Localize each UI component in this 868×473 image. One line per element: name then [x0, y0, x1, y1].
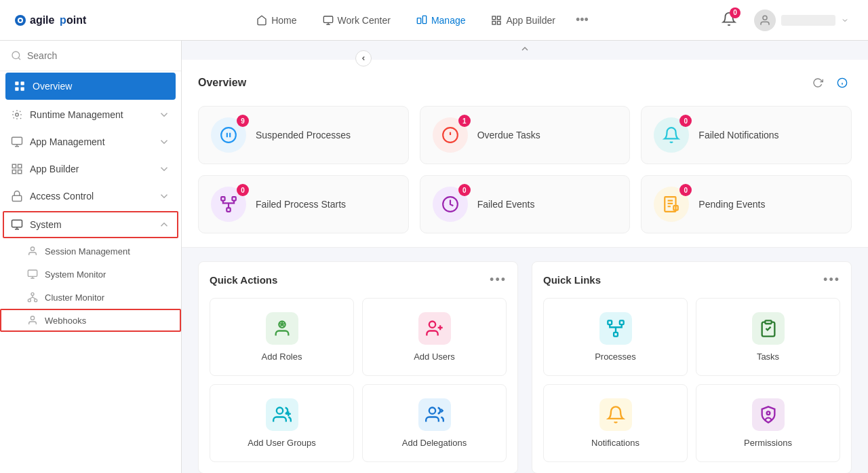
svg-rect-41: [232, 197, 235, 200]
notifications-count: 0: [730, 7, 741, 18]
top-navigation: agile p oint Home Work Center Manage App…: [0, 0, 868, 41]
overview-panel: Overview 9 Suspended P: [182, 60, 868, 248]
main-layout: Overview Runtime Management App Manageme…: [0, 41, 868, 473]
failed-events-count: 0: [458, 184, 471, 196]
svg-point-34: [221, 128, 236, 143]
runtime-icon: [11, 109, 23, 121]
svg-text:p: p: [60, 14, 66, 26]
nav-right: 0: [717, 7, 854, 34]
tasks-icon-wrap: [752, 312, 785, 345]
info-button[interactable]: [833, 73, 852, 92]
quick-action-add-users[interactable]: Add Users: [362, 298, 507, 376]
svg-rect-40: [221, 197, 224, 200]
quick-links-menu[interactable]: •••: [823, 273, 840, 287]
quick-action-add-roles[interactable]: Add Roles: [210, 298, 354, 376]
avatar: [754, 10, 776, 31]
nav-work-center[interactable]: Work Center: [312, 10, 401, 31]
svg-rect-21: [12, 164, 16, 168]
nav-home[interactable]: Home: [245, 10, 307, 31]
stat-cards: 9 Suspended Processes 1 Overdue Tasks: [198, 106, 852, 233]
collapse-overview-button[interactable]: [519, 43, 530, 57]
stat-card-suspended-processes[interactable]: 9 Suspended Processes: [198, 106, 409, 164]
search-input[interactable]: [27, 50, 170, 61]
quick-action-add-delegations[interactable]: Add Delegations: [362, 384, 507, 462]
app-builder-icon: [11, 163, 23, 175]
overview-actions: [808, 73, 852, 92]
quick-link-notifications[interactable]: Notifications: [543, 384, 688, 462]
network-icon: [220, 195, 237, 213]
collapse-sidebar-button[interactable]: [355, 50, 372, 67]
webhook-icon: [27, 315, 38, 326]
user-menu[interactable]: [749, 7, 854, 34]
chevron-down-icon: [158, 136, 170, 148]
search-icon: [11, 50, 22, 61]
suspended-count: 9: [237, 115, 249, 127]
svg-rect-7: [417, 18, 420, 23]
nav-more-button[interactable]: •••: [570, 7, 594, 33]
failed-process-icon-wrap: 0: [211, 187, 246, 222]
quick-action-add-user-groups[interactable]: Add User Groups: [210, 384, 354, 462]
processes-icon: [606, 319, 625, 338]
content-area: Overview 9 Suspended P: [182, 41, 868, 473]
sidebar-item-app-builder[interactable]: App Builder: [0, 155, 181, 183]
svg-rect-11: [492, 21, 496, 24]
access-control-icon: [11, 190, 23, 202]
sidebar-item-system-monitor[interactable]: System Monitor: [0, 263, 181, 286]
svg-point-54: [429, 408, 435, 414]
svg-rect-8: [422, 16, 426, 23]
quick-link-permissions[interactable]: Permissions: [696, 384, 840, 462]
user-name-label: [781, 15, 835, 26]
svg-point-30: [28, 299, 31, 302]
stat-card-pending-events[interactable]: 0 Pending Events: [641, 175, 852, 233]
chevron-down-icon: [841, 16, 849, 24]
suspended-icon-wrap: 9: [211, 117, 246, 153]
svg-point-51: [276, 408, 282, 414]
svg-point-19: [16, 113, 19, 117]
svg-rect-25: [12, 195, 22, 201]
stat-card-failed-process-starts[interactable]: 0 Failed Process Starts: [198, 175, 409, 233]
svg-text:oint: oint: [66, 14, 87, 26]
group-add-icon: [273, 405, 292, 424]
nav-app-builder[interactable]: App Builder: [480, 10, 566, 31]
quick-link-processes[interactable]: Processes: [543, 298, 688, 376]
session-icon: [27, 246, 38, 257]
svg-rect-12: [498, 21, 501, 24]
svg-point-29: [31, 292, 34, 295]
quick-actions-menu[interactable]: •••: [490, 273, 507, 287]
svg-rect-16: [21, 81, 24, 85]
sidebar-item-session-management[interactable]: Session Management: [0, 240, 181, 263]
notifications-icon-wrap: [599, 398, 632, 431]
chevron-up-icon: [158, 219, 170, 231]
overview-header: Overview: [198, 73, 852, 92]
add-users-icon-wrap: [418, 312, 451, 345]
notifications-button[interactable]: 0: [717, 7, 741, 33]
stat-card-failed-events[interactable]: 0 Failed Events: [420, 175, 631, 233]
svg-rect-22: [18, 164, 22, 168]
nav-manage[interactable]: Manage: [406, 10, 477, 31]
svg-rect-17: [15, 88, 18, 91]
logo[interactable]: agile p oint: [14, 10, 102, 31]
system-icon: [11, 219, 23, 231]
delegation-icon: [425, 405, 444, 424]
quick-sections: Quick Actions ••• Add Roles: [182, 248, 868, 473]
sidebar-item-cluster-monitor[interactable]: Cluster Monitor: [0, 286, 181, 309]
quick-links-grid: Processes Tasks Notification: [543, 298, 840, 462]
svg-rect-10: [498, 16, 501, 20]
sidebar-item-runtime-management[interactable]: Runtime Management: [0, 101, 181, 128]
sidebar-item-access-control[interactable]: Access Control: [0, 183, 181, 210]
svg-rect-42: [226, 208, 230, 211]
sidebar-item-overview[interactable]: Overview: [5, 73, 176, 100]
sidebar-item-app-management[interactable]: App Management: [0, 128, 181, 155]
svg-rect-9: [492, 16, 496, 20]
svg-point-13: [763, 16, 767, 20]
stat-card-failed-notifications[interactable]: 0 Failed Notifications: [641, 106, 852, 164]
svg-rect-6: [323, 16, 332, 22]
svg-rect-20: [12, 137, 22, 145]
clipboard-icon: [759, 319, 778, 338]
quick-link-tasks[interactable]: Tasks: [696, 298, 840, 376]
svg-rect-28: [28, 270, 37, 276]
sidebar-item-webhooks[interactable]: Webhooks: [0, 309, 181, 332]
refresh-button[interactable]: [808, 73, 827, 92]
stat-card-overdue-tasks[interactable]: 1 Overdue Tasks: [420, 106, 631, 164]
sidebar-item-system[interactable]: System: [3, 211, 178, 238]
